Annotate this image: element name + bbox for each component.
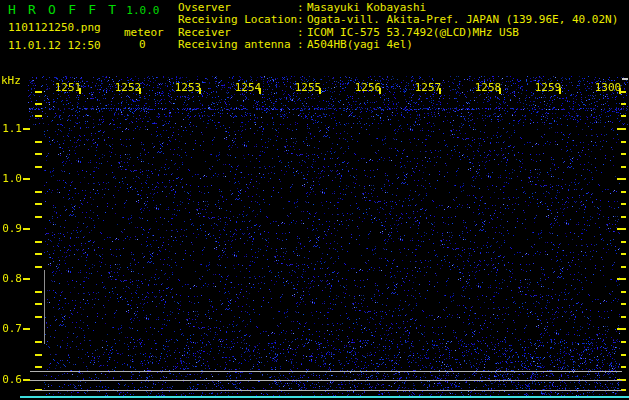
noise-level-line (30, 380, 622, 381)
freq-axis-minor-tick (621, 103, 626, 105)
freq-axis-minor-tick (35, 316, 42, 318)
freq-axis-minor-tick (35, 115, 42, 117)
noise-level-line (30, 371, 622, 372)
freq-axis-minor-tick (621, 316, 626, 318)
freq-axis-label: 1.1 (1, 122, 22, 135)
axes-layer: 1251125212531254125512561257125812591300… (0, 0, 629, 400)
freq-axis-tick (23, 328, 30, 330)
freq-axis-tick (617, 128, 626, 130)
freq-axis-minor-tick (621, 203, 626, 205)
time-axis-tick (319, 88, 321, 94)
hrofft-window: H R O F F T1.0.0 1101121250.png meteor 1… (0, 0, 629, 400)
freq-axis-minor-tick (621, 166, 626, 168)
freq-axis-tick (23, 278, 30, 280)
freq-axis-label: 0.6 (1, 373, 22, 386)
signal-band-marker (44, 270, 45, 344)
freq-axis-minor-tick (35, 103, 42, 105)
freq-axis-tick (23, 178, 30, 180)
time-axis-tick (379, 88, 381, 94)
freq-axis-minor-tick (621, 354, 626, 356)
noise-level-line (30, 390, 622, 391)
freq-axis-tick (617, 228, 626, 230)
freq-axis-minor-tick (35, 253, 42, 255)
freq-axis-minor-tick (621, 191, 626, 193)
freq-axis-minor-tick (35, 303, 42, 305)
freq-axis-minor-tick (621, 266, 626, 268)
freq-axis-minor-tick (35, 291, 42, 293)
time-axis-tick (559, 88, 561, 94)
freq-axis-tick (23, 128, 30, 130)
freq-axis-minor-tick (35, 191, 42, 193)
freq-axis-minor-tick (35, 91, 42, 93)
freq-axis-minor-tick (621, 303, 626, 305)
freq-axis-minor-tick (621, 366, 626, 368)
top-right-tick (622, 78, 628, 80)
freq-axis-label: 0.7 (1, 322, 22, 335)
time-axis-tick (259, 88, 261, 94)
freq-axis-minor-tick (35, 366, 42, 368)
baseline-cyan-line (20, 396, 629, 398)
freq-axis-label: 0.9 (1, 222, 22, 235)
time-axis-tick (139, 88, 141, 94)
time-axis-tick (499, 88, 501, 94)
time-axis-tick (199, 88, 201, 94)
freq-axis-tick (617, 328, 626, 330)
freq-axis-minor-tick (35, 341, 42, 343)
freq-axis-minor-tick (35, 153, 42, 155)
freq-axis-minor-tick (35, 216, 42, 218)
freq-axis-minor-tick (621, 115, 626, 117)
freq-axis-minor-tick (35, 141, 42, 143)
freq-axis-minor-tick (35, 354, 42, 356)
freq-axis-minor-tick (35, 266, 42, 268)
freq-axis-tick (23, 228, 30, 230)
freq-axis-minor-tick (35, 241, 42, 243)
freq-axis-minor-tick (621, 291, 626, 293)
time-axis-tick (79, 88, 81, 94)
freq-axis-minor-tick (621, 241, 626, 243)
freq-axis-minor-tick (621, 216, 626, 218)
freq-axis-tick (23, 379, 30, 381)
freq-axis-minor-tick (621, 253, 626, 255)
freq-axis-minor-tick (621, 91, 626, 93)
freq-axis-tick (617, 278, 626, 280)
freq-axis-minor-tick (621, 141, 626, 143)
freq-axis-label: 1.0 (1, 172, 22, 185)
freq-axis-tick (617, 178, 626, 180)
freq-axis-minor-tick (35, 166, 42, 168)
freq-axis-minor-tick (621, 153, 626, 155)
freq-axis-label: 0.8 (1, 272, 22, 285)
freq-axis-minor-tick (621, 341, 626, 343)
time-axis-tick (439, 88, 441, 94)
freq-axis-minor-tick (35, 203, 42, 205)
